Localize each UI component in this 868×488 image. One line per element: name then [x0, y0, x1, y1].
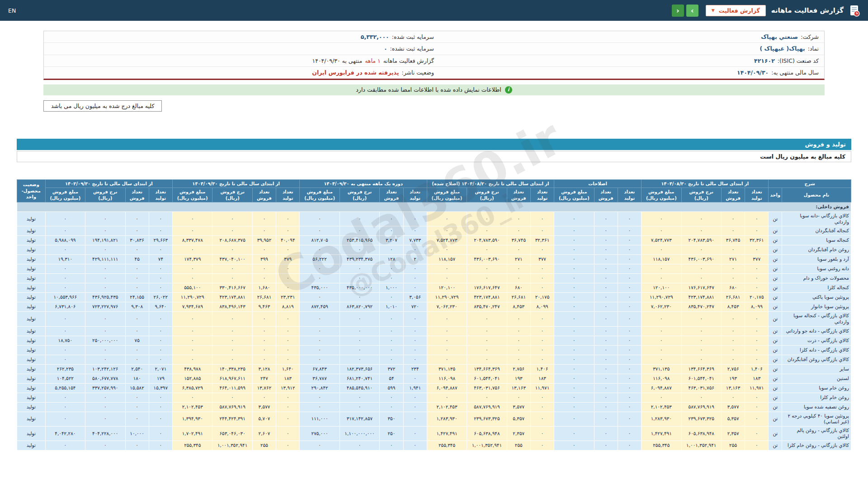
value-cell: ۷۵ [125, 336, 149, 345]
value-cell: ۵۸۷,۷۶۹,۹۱۹ [681, 402, 721, 412]
header-subcolumn: تعداد فروش [380, 188, 403, 202]
value-cell: ۰ [380, 245, 403, 255]
value-cell: ۰ [125, 355, 149, 364]
value-cell: ۰ [681, 393, 721, 402]
unit-cell: تن [769, 374, 782, 383]
signed-data-notice: i اطلاعات نمایش داده شده با اطلاعات امضا… [43, 84, 825, 95]
next-report-button[interactable]: › [686, 5, 698, 17]
report-period-end: منتهی به ۱۴۰۴/۰۹/۳۰ [312, 56, 362, 65]
table-amounts-unit-note: کلیه مبالغ به میلیون ریال است [17, 151, 851, 162]
status-cell: تولید [17, 383, 46, 393]
value-cell: ۰ [45, 412, 85, 426]
value-cell: ۰ [642, 393, 681, 402]
value-cell: ۰ [212, 264, 252, 274]
field-label: گزارش فعالیت ماهانه [383, 56, 434, 65]
value-cell: ۳۷۲ [380, 364, 403, 374]
value-cell: ۰ [340, 441, 379, 450]
header-subcolumn: تعداد تولید [530, 188, 554, 202]
value-cell: ۰ [554, 412, 594, 426]
value-cell: ۰ [125, 212, 149, 226]
issuer-status-field: وضعیت ناشر: پذيرفته شده در فرابورس ايران [49, 68, 434, 77]
value-cell: ۱۸۲,۳۷۳,۶۵۶ [340, 364, 379, 374]
status-cell: تولید [17, 326, 46, 336]
value-cell: ۰ [300, 245, 340, 255]
value-cell: ۰ [618, 283, 641, 293]
value-cell: ۱۷۶,۶۱۷,۶۴۷ [681, 283, 721, 293]
language-toggle-en[interactable]: EN [8, 7, 16, 14]
value-cell: ۰ [618, 412, 641, 426]
value-cell: ۱,۰۰۰ [380, 283, 403, 293]
value-cell: ۰ [554, 312, 594, 326]
value-cell: ۰ [212, 336, 252, 345]
value-cell: ۰ [340, 336, 379, 345]
value-cell: ۰ [380, 355, 403, 364]
value-cell: ۰ [530, 274, 554, 283]
value-cell: ۲,۰۷۱ [149, 364, 172, 374]
value-cell: ۱۸۳ [745, 374, 769, 383]
value-cell: ۲۶,۶۸۱ [252, 293, 276, 302]
value-cell: ۱۲۸ [380, 255, 403, 264]
value-cell: ۲۵۵ [721, 441, 745, 450]
value-cell: ۹,۶۴۰ [149, 302, 172, 312]
value-cell: ۰ [618, 326, 641, 336]
value-cell: ۰ [530, 312, 554, 326]
value-cell: ۰ [554, 393, 594, 402]
value-cell: ۰ [149, 345, 172, 355]
value-cell: ۰ [300, 441, 340, 450]
value-cell: ۰ [594, 245, 618, 255]
value-cell: ۰ [173, 226, 212, 236]
value-cell: ۸۱۲,۷۰۵ [300, 236, 340, 245]
isic-code-field: کد صنعت (ISIC): ۴۲۱۶۰۲ [434, 56, 819, 65]
value-cell: ۱۳۴,۶۶۴,۳۶۹ [681, 364, 721, 374]
value-cell: ۱,۰۰۱,۳۵۲,۹۴۱ [212, 441, 252, 450]
product-row: کالاي بازرگاني - ذرتتن۰۰۰۰۰۰۰۰۰۰۰۰۰۰۰۰۰۰… [17, 336, 851, 345]
value-cell: ۱۵,۳۹۷ [149, 383, 172, 393]
value-cell: ۰ [125, 283, 149, 293]
value-cell: ۱۹۳ [721, 374, 745, 383]
value-cell: ۱۳,۱۶۳ [721, 383, 745, 393]
value-cell: ۰ [745, 426, 769, 441]
value-cell: ۰ [252, 212, 276, 226]
product-name-cell: کالاي بازرگاني -دانه سويا وارداتي [782, 212, 851, 226]
field-value: صنعتي بهپاک [761, 33, 798, 41]
value-cell: ۲۹۰,۸۴۲ [300, 383, 340, 393]
previous-report-button[interactable]: ‹ [672, 5, 684, 17]
value-cell: ۱۷۴,۳۷۹ [173, 255, 212, 264]
value-cell: ۱۷۶,۶۱۷,۶۴۷ [467, 283, 507, 293]
value-cell: ۱,۶۴۰ [276, 364, 300, 374]
value-cell: ۰ [149, 226, 172, 236]
value-cell: ۲۷۱ [507, 255, 530, 264]
value-cell: ۰ [380, 345, 403, 355]
report-type-dropdown[interactable]: گزارش فعالیت ▼ [706, 5, 766, 16]
value-cell: ۰ [300, 274, 340, 283]
value-cell: ۰ [427, 264, 467, 274]
value-cell: ۰ [618, 212, 641, 226]
value-cell: ۲۶,۶۸۱ [721, 293, 745, 302]
top-bar-right-group: گزارش فعالیت ماهانه گزارش فعالیت ▼ › ‹ [672, 5, 860, 17]
value-cell: ۰ [554, 364, 594, 374]
value-cell: ۲۶,۰۲۲ [149, 293, 172, 302]
report-table-head: شرحاز ابتدای سال مالی تا تاریخ ۱۴۰۴/۰۸/۳… [17, 179, 851, 202]
report-period-length: ۱ ماهه [365, 56, 381, 65]
status-cell: تولید [17, 426, 46, 441]
value-cell: ۰ [403, 312, 427, 326]
value-cell: ۰ [642, 355, 681, 364]
value-cell: ۰ [618, 255, 641, 264]
value-cell: ۰ [125, 312, 149, 326]
value-cell: ۰ [427, 345, 467, 355]
unit-cell: تن [769, 302, 782, 312]
value-cell: ۰ [594, 293, 618, 302]
value-cell: ۹,۳۰۸ [125, 302, 149, 312]
unit-cell: تن [769, 426, 782, 441]
value-cell: ۷,۰۶۲,۲۳۰ [642, 302, 681, 312]
header-subcolumn: نرخ فروش (ریال) [85, 188, 125, 202]
value-cell: ۰ [45, 355, 85, 364]
value-cell: ۰ [85, 412, 125, 426]
value-cell: ۰ [554, 345, 594, 355]
value-cell: ۰ [300, 393, 340, 402]
value-cell: ۰ [173, 393, 212, 402]
value-cell: ۴۵ [125, 255, 149, 264]
value-cell: ۰ [252, 355, 276, 364]
value-cell: ۰ [745, 264, 769, 274]
value-cell: ۰ [85, 441, 125, 450]
